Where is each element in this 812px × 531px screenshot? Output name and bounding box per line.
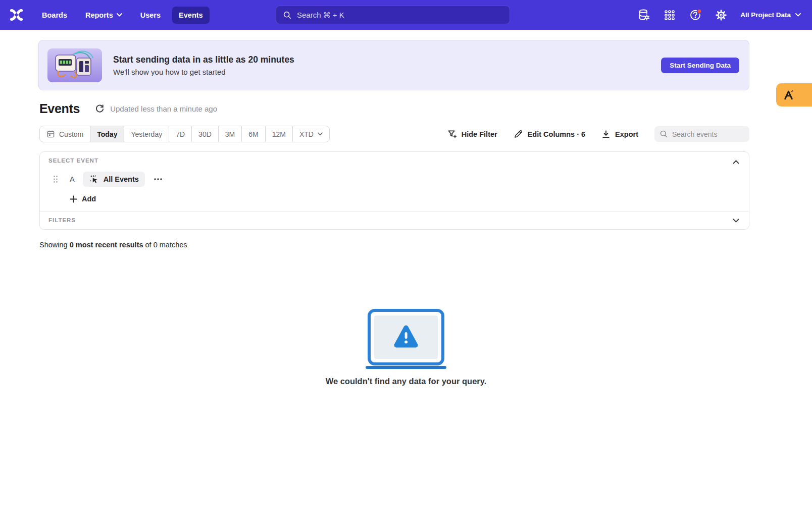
results-summary-prefix: Showing — [39, 241, 70, 249]
date-range-30d[interactable]: 30D — [192, 126, 219, 142]
date-range-label: 30D — [198, 130, 212, 138]
hide-filter-label: Hide Filter — [462, 130, 497, 138]
date-range-yesterday[interactable]: Yesterday — [124, 126, 169, 142]
chevron-down-icon — [318, 132, 323, 136]
add-event-button[interactable]: Add — [70, 193, 96, 205]
more-options-button[interactable] — [153, 174, 164, 185]
empty-state: We couldn't find any data for your query… — [0, 309, 812, 386]
results-summary-count: 0 most recent results — [70, 241, 143, 249]
page-title: Events — [39, 101, 80, 116]
edit-columns-label: Edit Columns · 6 — [528, 130, 585, 138]
empty-state-message: We couldn't find any data for your query… — [326, 377, 487, 386]
search-events-field[interactable] — [654, 126, 749, 142]
apps-grid-icon — [664, 9, 676, 21]
nav-item-label: Boards — [42, 11, 67, 19]
query-builder-panel: SELECT EVENT A — [39, 151, 749, 230]
event-selector-chip[interactable]: All Events — [83, 172, 145, 187]
nav-item-reports[interactable]: Reports — [79, 7, 129, 24]
apps-grid-button[interactable] — [663, 9, 676, 22]
panel-divider — [40, 211, 749, 211]
nav-item-label: Reports — [85, 11, 113, 19]
database-gear-icon — [638, 9, 650, 21]
no-data-laptop-illustration — [362, 309, 450, 370]
events-page: Boards Reports Users Events — [0, 0, 812, 531]
expand-filters-button[interactable] — [731, 216, 741, 226]
plus-icon — [70, 195, 77, 203]
select-event-label: SELECT EVENT — [48, 157, 98, 164]
help-icon — [689, 9, 702, 21]
date-range-label: 6M — [248, 130, 258, 138]
banner-text: Start sending data in as little as 20 mi… — [113, 55, 294, 76]
drag-handle[interactable] — [53, 175, 60, 183]
onboarding-banner: Start sending data in as little as 20 mi… — [38, 40, 749, 90]
date-range-today[interactable]: Today — [90, 126, 124, 142]
banner-subtitle: We'll show you how to get started — [113, 68, 294, 76]
edit-columns-button[interactable]: Edit Columns · 6 — [514, 129, 585, 139]
export-label: Export — [615, 130, 638, 138]
chevron-up-icon — [733, 160, 739, 164]
date-range-label: Today — [97, 130, 117, 138]
date-range-12m[interactable]: 12M — [266, 126, 293, 142]
refresh-button[interactable] — [94, 103, 105, 115]
date-range-label: 12M — [272, 130, 286, 138]
global-search-input[interactable] — [297, 11, 503, 19]
hide-filter-button[interactable]: Hide Filter — [447, 129, 497, 139]
banner-title: Start sending data in as little as 20 mi… — [113, 55, 294, 65]
notification-dot — [697, 9, 701, 14]
download-icon — [601, 130, 611, 139]
date-range-7d[interactable]: 7D — [169, 126, 192, 142]
date-range-custom[interactable]: Custom — [40, 126, 90, 142]
chevron-down-icon — [795, 13, 801, 17]
nav-item-users[interactable]: Users — [134, 7, 167, 24]
filters-label: FILTERS — [48, 217, 76, 223]
date-range-3m[interactable]: 3M — [219, 126, 242, 142]
search-icon — [659, 130, 668, 138]
settings-button[interactable] — [715, 9, 728, 22]
date-range-control: Custom Today Yesterday 7D 30D 3M 6M 12M … — [39, 126, 330, 142]
extension-a-logo-icon — [783, 89, 794, 101]
data-management-button[interactable] — [637, 9, 650, 22]
results-toolbar: Hide Filter Edit Columns · 6 Export — [447, 126, 749, 142]
pencil-icon — [514, 129, 523, 139]
drag-dots-icon — [53, 175, 58, 183]
nav-links: Boards Reports Users Events — [35, 7, 210, 24]
date-range-label: 7D — [176, 130, 185, 138]
refresh-icon — [95, 104, 105, 114]
chevron-down-icon — [733, 219, 739, 223]
start-sending-data-button[interactable]: Start Sending Data — [661, 58, 739, 73]
date-range-label: Yesterday — [131, 130, 162, 138]
nav-item-events[interactable]: Events — [172, 7, 210, 24]
top-nav: Boards Reports Users Events — [0, 0, 812, 30]
help-button[interactable] — [689, 9, 702, 22]
date-range-6m[interactable]: 6M — [242, 126, 265, 142]
add-label: Add — [82, 195, 96, 203]
chevron-down-icon — [117, 13, 122, 17]
event-row-letter: A — [70, 175, 75, 183]
export-button[interactable]: Export — [601, 130, 638, 139]
date-range-label: XTD — [299, 130, 314, 138]
updated-timestamp: Updated less than a minute ago — [110, 104, 217, 113]
nav-item-boards[interactable]: Boards — [35, 7, 74, 24]
date-range-label: Custom — [59, 130, 83, 138]
results-summary-suffix: of 0 matches — [143, 241, 187, 249]
date-range-xtd[interactable]: XTD — [293, 126, 329, 142]
nav-item-label: Users — [140, 11, 161, 19]
calendar-icon — [46, 130, 55, 138]
nav-item-label: Events — [179, 11, 203, 19]
gear-icon — [715, 9, 727, 21]
search-icon — [283, 11, 292, 20]
page-header: Events Updated less than a minute ago — [39, 101, 217, 116]
global-search[interactable] — [276, 6, 510, 24]
event-cursor-sparkle-icon — [89, 174, 99, 184]
collapse-select-event-button[interactable] — [731, 157, 741, 167]
event-chip-label: All Events — [104, 175, 139, 183]
extension-side-tab[interactable] — [776, 83, 812, 107]
project-selector[interactable]: All Project Data — [740, 11, 801, 19]
mixpanel-logo[interactable] — [6, 5, 26, 25]
ellipsis-icon — [154, 178, 162, 180]
filter-plus-icon — [447, 129, 457, 139]
nav-right-cluster: All Project Data — [637, 9, 801, 22]
search-events-input[interactable] — [672, 130, 744, 138]
devices-illustration — [47, 48, 102, 82]
mixpanel-logo-icon — [10, 8, 23, 22]
